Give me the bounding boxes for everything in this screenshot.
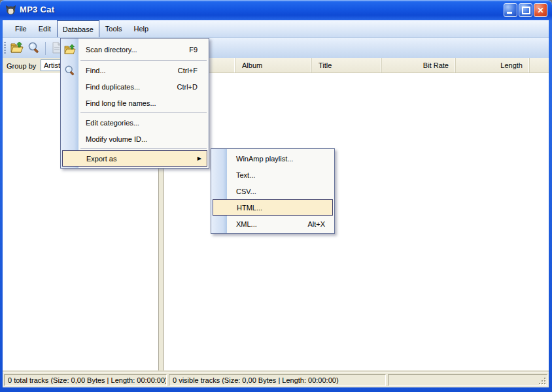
app-window: MP3 Cat ✕ File Edit Database Tools Help (0, 0, 552, 392)
scan-directory-icon (10, 42, 24, 55)
menu-edit[interactable]: Edit (33, 20, 57, 37)
menu-separator (80, 148, 207, 149)
menu-help[interactable]: Help (128, 20, 154, 37)
find-button[interactable] (26, 40, 43, 57)
resize-grip[interactable] (538, 376, 545, 384)
menu-separator (80, 60, 207, 61)
scan-directory-icon (63, 44, 77, 56)
find-icon (27, 41, 41, 56)
submenu-arrow-icon: ▶ (198, 155, 201, 161)
menu-item-csv[interactable]: CSV... (211, 183, 334, 199)
column-header-length[interactable]: Length (456, 58, 530, 73)
status-visible-tracks: 0 visible tracks (Size: 0,00 Bytes | Len… (169, 374, 386, 386)
menu-item-winamp-playlist[interactable]: WinAmp playlist... (211, 150, 334, 167)
menu-item-find[interactable]: Find... Ctrl+F (61, 62, 209, 78)
close-button[interactable]: ✕ (534, 3, 547, 17)
column-header-album[interactable]: Album (235, 58, 312, 73)
titlebar[interactable]: MP3 Cat ✕ (0, 0, 552, 20)
menubar: File Edit Database Tools Help (3, 20, 549, 38)
toolbar-grip[interactable] (4, 42, 6, 55)
menu-tools[interactable]: Tools (99, 20, 128, 37)
minimize-button[interactable] (504, 3, 517, 17)
group-by-value: Artist (44, 61, 60, 69)
close-icon: ✕ (537, 6, 543, 15)
find-icon (63, 65, 77, 76)
menu-database[interactable]: Database (57, 20, 99, 37)
menu-item-export-as[interactable]: Export as ▶ (62, 150, 207, 167)
menu-item-edit-categories[interactable]: Edit categories... (61, 114, 209, 131)
window-title: MP3 Cat (20, 5, 54, 14)
menu-item-xml[interactable]: XML... Alt+X (211, 216, 334, 232)
column-header-title[interactable]: Title (312, 58, 382, 73)
menu-item-modify-volume-id[interactable]: Modify volume ID... (61, 131, 209, 147)
toolbar-separator (45, 42, 46, 55)
status-total-tracks: 0 total tracks (Size: 0,00 Bytes | Lengt… (4, 374, 167, 386)
maximize-button[interactable] (519, 3, 532, 17)
menu-item-find-long-file-names[interactable]: Find long file names... (61, 95, 209, 111)
status-spare-panel (388, 374, 547, 386)
menu-item-text[interactable]: Text... (211, 167, 334, 183)
menu-file[interactable]: File (9, 20, 33, 37)
export-as-submenu: WinAmp playlist... Text... CSV... HTML..… (211, 148, 335, 234)
column-header-bitrate[interactable]: Bit Rate (382, 58, 456, 73)
menu-item-find-duplicates[interactable]: Find duplicates... Ctrl+D (61, 78, 209, 95)
menu-item-scan-directory[interactable]: Scan directory... F9 (61, 40, 209, 59)
menu-item-html[interactable]: HTML... (213, 199, 333, 216)
app-icon (5, 5, 16, 16)
menu-separator (80, 112, 207, 113)
track-list-header: Album Title Bit Rate Length (164, 58, 549, 73)
database-menu: Scan directory... F9 Find... Ctrl+F Find… (60, 38, 209, 169)
scan-directory-button[interactable] (9, 40, 26, 57)
statusbar: 0 total tracks (Size: 0,00 Bytes | Lengt… (3, 372, 549, 387)
group-by-label: Group by (7, 62, 36, 70)
